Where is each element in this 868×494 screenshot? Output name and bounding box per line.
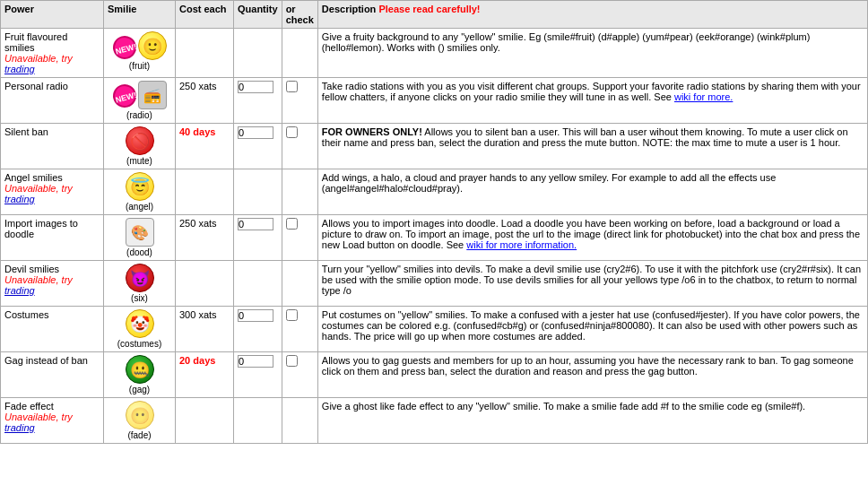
unavailable-text: Unavailable, try trading [4, 53, 73, 74]
powers-table: Power Smilie Cost each Quantity or check… [0, 0, 868, 444]
header-check: or check [282, 1, 317, 29]
qty-cell[interactable] [234, 78, 282, 124]
cost-cell [176, 398, 234, 444]
desc-cell: Take radio stations with you as you visi… [317, 78, 867, 124]
smilie-cell: 🤡(costumes) [104, 307, 176, 352]
power-cell: Costumes [1, 307, 104, 352]
power-name: Silent ban [4, 126, 48, 137]
new-badge: NEW! [110, 82, 139, 110]
desc-text: Give a ghost like fade effect to any "ye… [322, 401, 805, 412]
qty-cell[interactable] [234, 352, 282, 398]
check-cell[interactable] [282, 78, 317, 124]
smilie-cell: 🤐(gag) [104, 352, 176, 398]
wiki-link[interactable]: wiki for more. [674, 91, 733, 102]
desc-cell: FOR OWNERS ONLY! Allows you to silent ba… [317, 124, 867, 169]
header-qty: Quantity [234, 1, 282, 29]
qty-input[interactable] [238, 218, 273, 230]
desc-cell: Allows you to import images into doodle.… [317, 215, 867, 261]
check-cell [282, 29, 317, 78]
qty-cell[interactable] [234, 307, 282, 352]
buy-checkbox[interactable] [286, 218, 298, 230]
power-cell: Import images to doodle [1, 215, 104, 261]
header-desc: Description Please read carefully! [317, 1, 867, 29]
cost-cell: 40 days [176, 124, 234, 169]
smilie-cell: 😶(fade) [104, 398, 176, 444]
table-row: Fade effectUnavailable, try trading😶(fad… [1, 398, 868, 444]
desc-text: Allows you to import images into doodle.… [322, 218, 860, 250]
desc-text: Put costumes on "yellow" smilies. To mak… [322, 309, 860, 342]
table-row: Angel smiliesUnavailable, try trading😇(a… [1, 169, 868, 215]
qty-input[interactable] [238, 355, 273, 368]
smilie-cell: 🎨(dood) [104, 215, 176, 261]
qty-cell [234, 398, 282, 444]
desc-text: Turn your "yellow" smilies into devils. … [322, 264, 861, 296]
buy-checkbox[interactable] [286, 126, 298, 138]
trading-link[interactable]: trading [4, 285, 35, 296]
trading-link[interactable]: trading [4, 422, 35, 433]
qty-cell[interactable] [234, 124, 282, 169]
desc-cell: Put costumes on "yellow" smilies. To mak… [317, 307, 867, 352]
cost-cell: 300 xats [176, 307, 234, 352]
power-cell: Silent ban [1, 124, 104, 169]
qty-cell[interactable] [234, 215, 282, 261]
check-cell[interactable] [282, 215, 317, 261]
table-row: Import images to doodle🎨(dood)250 xatsAl… [1, 215, 868, 261]
trading-link[interactable]: trading [4, 194, 35, 204]
check-cell [282, 261, 317, 307]
cost-value: 300 xats [179, 309, 217, 320]
header-power: Power [1, 1, 104, 29]
buy-checkbox[interactable] [286, 309, 298, 321]
power-cell: Gag instead of ban [1, 352, 104, 398]
desc-warning: Please read carefully! [378, 4, 480, 14]
smilie-cell: NEW!🙂(fruit) [104, 29, 176, 78]
buy-checkbox[interactable] [286, 355, 298, 367]
unavailable-text: Unavailable, try trading [4, 412, 73, 433]
table-row: Costumes🤡(costumes)300 xatsPut costumes … [1, 307, 868, 352]
buy-checkbox[interactable] [286, 81, 298, 92]
cost-cell [176, 169, 234, 215]
desc-text: Take radio stations with you as you visi… [322, 81, 861, 102]
desc-cell: Add wings, a halo, a cloud and prayer ha… [317, 169, 867, 215]
unavailable-text: Unavailable, try trading [4, 274, 73, 296]
desc-cell: Allows you to gag guests and members for… [317, 352, 867, 398]
power-cell: Devil smiliesUnavailable, try trading [1, 261, 104, 307]
smilie-cell: 😈(six) [104, 261, 176, 307]
table-row: Gag instead of ban🤐(gag)20 daysAllows yo… [1, 352, 868, 398]
check-cell[interactable] [282, 352, 317, 398]
header-smilie: Smilie [104, 1, 176, 29]
cost-value: 20 days [179, 355, 215, 366]
power-name: Costumes [4, 309, 49, 320]
table-row: Devil smiliesUnavailable, try trading😈(s… [1, 261, 868, 307]
power-name: Personal radio [4, 81, 68, 91]
desc-cell: Turn your "yellow" smilies into devils. … [317, 261, 867, 307]
check-cell [282, 398, 317, 444]
power-cell: Personal radio [1, 78, 104, 124]
power-name: Gag instead of ban [4, 355, 88, 366]
desc-cell: Give a ghost like fade effect to any "ye… [317, 398, 867, 444]
cost-cell: 20 days [176, 352, 234, 398]
desc-label: Description [322, 4, 377, 14]
power-cell: Angel smiliesUnavailable, try trading [1, 169, 104, 215]
desc-text: Give a fruity background to any "yellow"… [322, 31, 811, 53]
cost-cell: 250 xats [176, 215, 234, 261]
qty-cell [234, 261, 282, 307]
desc-bold: FOR OWNERS ONLY! [322, 126, 422, 137]
smilie-cell: 🚫(mute) [104, 124, 176, 169]
header-cost: Cost each [176, 1, 234, 29]
qty-input[interactable] [238, 126, 273, 139]
check-cell[interactable] [282, 307, 317, 352]
power-name: Devil smilies [4, 264, 59, 274]
desc-text: Allows you to gag guests and members for… [322, 355, 854, 377]
check-cell[interactable] [282, 124, 317, 169]
cost-cell: 250 xats [176, 78, 234, 124]
cost-value: 250 xats [179, 81, 217, 91]
qty-input[interactable] [238, 81, 273, 93]
power-cell: Fade effectUnavailable, try trading [1, 398, 104, 444]
power-name: Import images to doodle [4, 218, 78, 239]
table-row: Personal radioNEW!📻(radio)250 xatsTake r… [1, 78, 868, 124]
wiki-link[interactable]: wiki for more information. [466, 239, 577, 250]
trading-link[interactable]: trading [4, 64, 35, 74]
power-name: Fruit flavoured smilies [4, 31, 67, 53]
cost-value: 40 days [179, 126, 215, 137]
qty-input[interactable] [238, 309, 273, 322]
